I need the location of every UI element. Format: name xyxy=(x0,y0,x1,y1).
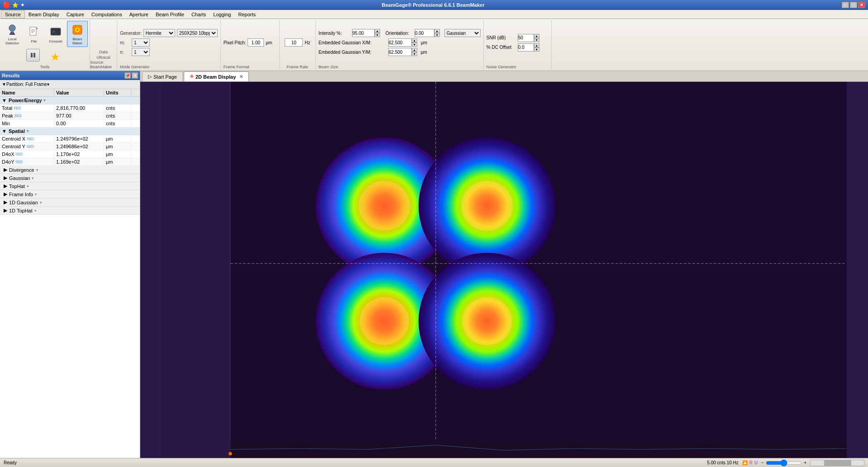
row-d4ox-units: μm xyxy=(104,151,131,158)
table-row: Total ISO 2,816,770.00 cnts xyxy=(0,104,140,112)
peak-iso-badge[interactable]: ISO xyxy=(14,113,22,118)
dc-offset-input[interactable] xyxy=(518,43,534,52)
mode-m-select[interactable]: 123 xyxy=(132,38,150,47)
gaussian-type-select[interactable]: Gaussian Super Gaussian xyxy=(444,29,481,37)
row-min-value: 0.00 xyxy=(54,120,104,127)
embedded-x-spinbox: ▲ ▼ xyxy=(388,38,417,47)
orientation-down-btn[interactable]: ▼ xyxy=(434,33,440,37)
svg-rect-13 xyxy=(31,53,33,57)
frame-rate-input[interactable] xyxy=(285,38,303,47)
pixel-pitch-input[interactable] xyxy=(248,38,264,47)
status-icon-1: 🔼 xyxy=(742,460,748,465)
start-page-label: Start Page xyxy=(153,74,177,80)
menu-logging[interactable]: Logging xyxy=(210,11,234,18)
centroid-x-iso-badge[interactable]: ISO xyxy=(27,137,34,141)
file-label: File xyxy=(31,39,37,43)
generator-type-select[interactable]: Hermite Gaussian TopHat xyxy=(143,29,175,37)
zoom-in-icon[interactable]: + xyxy=(804,460,806,465)
svg-point-0 xyxy=(9,25,15,31)
minimize-button[interactable]: − xyxy=(842,2,849,8)
intensity-down-btn[interactable]: ▼ xyxy=(375,33,380,37)
results-title: Results xyxy=(2,73,20,78)
play-pause-button[interactable] xyxy=(26,49,40,61)
zoom-out-icon[interactable]: − xyxy=(761,460,764,465)
close-button[interactable]: ✕ xyxy=(858,2,865,8)
star-button[interactable]: ★ xyxy=(47,49,63,65)
scrollbar-thumb[interactable] xyxy=(810,460,864,466)
dc-offset-up-btn[interactable]: ▲ xyxy=(534,43,539,47)
menu-capture[interactable]: Capture xyxy=(63,11,88,18)
col-units: Units xyxy=(104,89,131,96)
menu-computations[interactable]: Computations xyxy=(88,11,126,18)
menu-source[interactable]: Source xyxy=(1,10,25,19)
tab-2d-beam-display[interactable]: ✳ 2D Beam Display ✕ xyxy=(184,71,249,81)
local-detector-icon xyxy=(5,23,19,37)
tab-close-btn[interactable]: ✕ xyxy=(239,74,243,79)
results-close-btn[interactable]: ✕ xyxy=(132,72,138,79)
local-detector-button[interactable]: LocalDetector xyxy=(2,21,23,47)
orientation-input[interactable] xyxy=(415,29,434,37)
row-min-name: Min xyxy=(0,120,54,127)
group-divergence[interactable]: ▶Divergence ▾ xyxy=(0,166,140,174)
file-button[interactable]: File xyxy=(24,21,44,47)
svg-point-30 xyxy=(229,452,232,456)
centroid-y-iso-badge[interactable]: ISO xyxy=(27,144,34,149)
embedded-x-input[interactable] xyxy=(388,38,412,47)
mode-generator-label: Mode Generator xyxy=(120,65,150,69)
menu-charts[interactable]: Charts xyxy=(188,11,210,18)
beam-maker-button[interactable]: BeamMaker xyxy=(67,21,88,47)
embedded-y-input[interactable] xyxy=(388,48,412,56)
row-total-value: 2,816,770.00 xyxy=(54,104,104,112)
table-row: Peak ISO 977.00 cnts xyxy=(0,112,140,120)
d4oy-iso-badge[interactable]: ISO xyxy=(16,160,23,164)
zoom-slider[interactable] xyxy=(766,459,802,467)
embedded-y-up-btn[interactable]: ▲ xyxy=(412,48,417,52)
group-frame-info[interactable]: ▶Frame Info ▾ xyxy=(0,190,140,198)
frame-rate-section: Hz Frame Rate xyxy=(280,20,316,70)
snr-spinbox: ▲ ▼ xyxy=(518,34,539,42)
total-iso-badge[interactable]: ISO xyxy=(14,106,21,110)
intensity-up-btn[interactable]: ▲ xyxy=(375,29,380,33)
generator-format-select[interactable]: 250X250 10bpp 250X250 8bpp 250X250 12bpp xyxy=(177,29,218,37)
row-d4oy-units: μm xyxy=(104,158,131,165)
menu-aperture[interactable]: Aperture xyxy=(126,11,152,18)
snr-up-btn[interactable]: ▲ xyxy=(534,34,539,38)
group-spatial[interactable]: ▼Spatial▾ xyxy=(0,127,140,135)
snr-down-btn[interactable]: ▼ xyxy=(534,38,539,42)
embedded-x-down-btn[interactable]: ▼ xyxy=(412,42,417,47)
menu-beam-profile[interactable]: Beam Profile xyxy=(152,11,188,18)
intensity-spinbox: ▲ ▼ xyxy=(352,29,380,37)
status-text: Ready xyxy=(4,460,17,465)
svg-rect-14 xyxy=(33,53,35,57)
row-centroid-y-name: Centroid Y ISO xyxy=(0,143,54,150)
group-1d-tophat[interactable]: ▶1D TopHat ▾ xyxy=(0,207,140,215)
group-power-energy[interactable]: ▼Power/Energy▾ xyxy=(0,97,140,104)
svg-text:>_: >_ xyxy=(52,30,57,34)
frame-rate-unit: Hz xyxy=(305,40,310,45)
console-button[interactable]: >_ Console xyxy=(45,21,66,47)
col-value: Value xyxy=(54,89,104,96)
embedded-y-down-btn[interactable]: ▼ xyxy=(412,52,417,56)
snr-input[interactable] xyxy=(518,34,534,42)
embedded-y-unit: μm xyxy=(421,50,427,55)
dc-offset-down-btn[interactable]: ▼ xyxy=(534,47,539,52)
pixel-pitch-unit: μm xyxy=(266,40,272,45)
orientation-up-btn[interactable]: ▲ xyxy=(434,29,440,33)
svg-point-25 xyxy=(462,297,512,345)
beam-maker-label: BeamMaker xyxy=(72,37,82,45)
pixel-pitch-label: Pixel Pitch: xyxy=(224,40,246,45)
menu-beam-display[interactable]: Beam Display xyxy=(25,11,63,18)
embedded-x-up-btn[interactable]: ▲ xyxy=(412,38,417,42)
d4ox-iso-badge[interactable]: ISO xyxy=(16,152,23,156)
row-centroid-x-units: μm xyxy=(104,135,131,142)
intensity-input[interactable] xyxy=(352,29,375,37)
group-tophat[interactable]: ▶TopHat ▾ xyxy=(0,182,140,190)
mode-n-select[interactable]: 123 xyxy=(132,48,150,56)
group-1d-gaussian[interactable]: ▶1D Gaussian ▾ xyxy=(0,198,140,207)
maximize-button[interactable]: □ xyxy=(850,2,857,8)
results-pin-btn[interactable]: 📌 xyxy=(124,72,131,79)
tools-section: LocalDetector File xyxy=(0,20,90,70)
tab-start-page[interactable]: ▷ Start Page xyxy=(142,71,183,81)
group-gaussian[interactable]: ▶Gaussian ▾ xyxy=(0,174,140,182)
menu-reports[interactable]: Reports xyxy=(234,11,259,18)
